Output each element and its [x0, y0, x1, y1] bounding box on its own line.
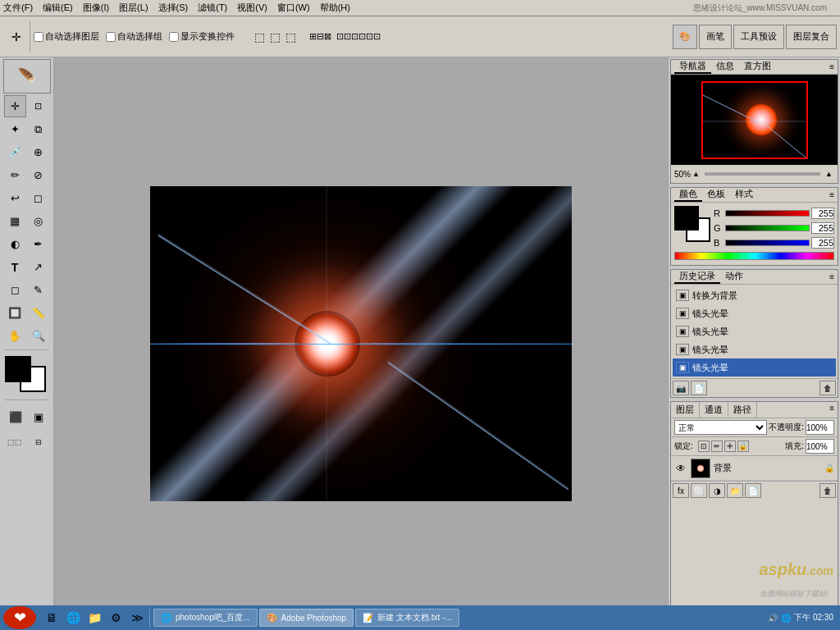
color-spectrum-bar[interactable]: [674, 252, 834, 260]
start-button[interactable]: ❤: [3, 606, 36, 629]
auto-select-group-checkbox[interactable]: 自动选择组: [106, 30, 162, 43]
lock-move[interactable]: ✛: [724, 441, 736, 452]
tool-brush[interactable]: ✏: [4, 164, 26, 186]
tool-eraser[interactable]: ◻: [27, 187, 49, 209]
menu-help[interactable]: 帮助(H): [320, 2, 350, 14]
history-item-3[interactable]: ▣ 镜头光晕: [673, 340, 836, 358]
tool-move[interactable]: ✛: [4, 95, 26, 117]
tool-clone[interactable]: ⊘: [27, 164, 49, 186]
menu-layer[interactable]: 图层(L): [119, 2, 148, 14]
tool-hand[interactable]: ✋: [4, 325, 26, 347]
layers-panel-options[interactable]: ≡: [826, 402, 838, 418]
tool-text[interactable]: T: [4, 256, 26, 278]
tool-measure[interactable]: 📏: [27, 302, 49, 324]
taskbar-app-1[interactable]: 🎨 Adobe Photoshop: [259, 609, 354, 627]
tool-eyedropper[interactable]: 💉: [4, 141, 26, 163]
tool-shape[interactable]: ◻: [4, 279, 26, 301]
r-slider[interactable]: [725, 210, 810, 217]
menu-filter[interactable]: 滤镜(T): [198, 2, 227, 14]
history-delete[interactable]: 🗑: [819, 381, 836, 395]
navigator-zoom-slider[interactable]: [705, 172, 820, 176]
quick-launch-icon-5[interactable]: ≫: [128, 609, 146, 627]
fill-input[interactable]: 100%: [806, 439, 834, 454]
tool-extra-b[interactable]: ⊟: [27, 431, 49, 453]
tool-eyedropper2[interactable]: 🔲: [4, 302, 26, 324]
tool-preset-btn[interactable]: 工具预设: [733, 25, 784, 49]
g-slider[interactable]: [725, 225, 810, 231]
zoom-in-icon[interactable]: ▲: [825, 170, 833, 178]
history-item-1[interactable]: ▣ 镜头光晕: [673, 304, 836, 322]
taskbar-app-0[interactable]: 🌐 photoshop吧_百度...: [153, 609, 258, 627]
taskbar-app-2[interactable]: 📝 新建 文本文档.txt -...: [355, 609, 459, 627]
layer-delete-btn[interactable]: 🗑: [819, 483, 836, 498]
layer-group-btn[interactable]: 📁: [727, 483, 743, 498]
tool-zoom[interactable]: 🔍: [27, 325, 49, 347]
menu-window[interactable]: 窗口(W): [277, 2, 310, 14]
show-transform-controls-checkbox[interactable]: 显示变换控件: [169, 30, 235, 43]
g-value[interactable]: 255: [811, 222, 834, 234]
tool-magic-wand[interactable]: ✦: [4, 118, 26, 140]
quick-launch-icon-1[interactable]: 🖥: [43, 609, 61, 627]
color-foreground-swatch[interactable]: [674, 206, 699, 231]
history-item-4[interactable]: ▣ 镜头光晕: [673, 358, 836, 377]
color-panel-options[interactable]: ≡: [829, 190, 834, 199]
auto-select-layer-checkbox[interactable]: 自动选择图层: [34, 30, 99, 43]
brush-panel-btn[interactable]: 画笔: [699, 25, 732, 49]
tab-channels[interactable]: 通道: [700, 402, 728, 418]
tool-blur[interactable]: ◎: [27, 210, 49, 232]
tool-notes[interactable]: ✎: [27, 279, 49, 301]
quick-launch-icon-3[interactable]: 📁: [85, 609, 103, 627]
tool-gradient[interactable]: ▦: [4, 210, 26, 232]
quick-launch-icon-2[interactable]: 🌐: [64, 609, 82, 627]
tab-paths[interactable]: 路径: [728, 402, 757, 418]
history-new-snapshot[interactable]: 📷: [673, 381, 689, 395]
tool-extra-a[interactable]: ⬚⬚: [4, 431, 26, 453]
foreground-color[interactable]: [5, 356, 31, 382]
zoom-out-icon[interactable]: ▲: [692, 170, 700, 178]
auto-select-group-input[interactable]: [106, 32, 116, 42]
layer-adj-btn[interactable]: ◑: [709, 483, 725, 498]
tab-actions[interactable]: 动作: [720, 270, 748, 284]
menu-image[interactable]: 图像(I): [83, 2, 109, 14]
layer-mask-btn[interactable]: ⬜: [691, 483, 707, 498]
opacity-input[interactable]: 100%: [806, 420, 834, 435]
b-slider[interactable]: [725, 240, 810, 246]
history-new-document[interactable]: 📄: [691, 381, 707, 395]
layer-comp-btn[interactable]: 图层复合: [786, 25, 837, 49]
tool-screen-mode[interactable]: ▣: [28, 406, 49, 427]
menu-view[interactable]: 视图(V): [237, 2, 267, 14]
tab-history[interactable]: 历史记录: [674, 270, 720, 284]
move-tool-btn[interactable]: ✛: [7, 27, 26, 47]
history-item-2[interactable]: ▣ 镜头光晕: [673, 322, 836, 340]
tool-spot-heal[interactable]: ⊕: [27, 141, 49, 163]
show-transform-input[interactable]: [169, 32, 179, 42]
layer-visibility-toggle[interactable]: 👁: [674, 462, 687, 475]
menu-edit[interactable]: 编辑(E): [43, 2, 73, 14]
lock-transparent[interactable]: ⊡: [698, 441, 710, 452]
blend-mode-select[interactable]: 正常: [674, 420, 767, 435]
layer-new-btn[interactable]: 📄: [745, 483, 761, 498]
r-value[interactable]: 255: [811, 208, 834, 219]
history-panel-options[interactable]: ≡: [829, 272, 834, 281]
tab-layers[interactable]: 图层: [671, 402, 700, 418]
tab-info[interactable]: 信息: [711, 60, 739, 74]
tool-quick-mask[interactable]: ⬛: [5, 406, 26, 427]
tool-crop[interactable]: ⧉: [27, 118, 49, 140]
tool-dodge[interactable]: ◐: [4, 233, 26, 255]
tab-styles[interactable]: 样式: [730, 188, 758, 202]
tool-path-select[interactable]: ↗: [27, 256, 49, 278]
tab-color[interactable]: 颜色: [674, 188, 702, 202]
quick-launch-icon-4[interactable]: ⚙: [107, 609, 125, 627]
auto-select-layer-input[interactable]: [34, 32, 43, 42]
menu-select[interactable]: 选择(S): [158, 2, 189, 14]
history-item-0[interactable]: ▣ 转换为背景: [673, 286, 836, 304]
layer-style-btn[interactable]: fx: [673, 483, 689, 498]
tool-pen[interactable]: ✒: [27, 233, 49, 255]
lock-all[interactable]: 🔒: [737, 441, 749, 452]
tool-lasso[interactable]: ⊡: [27, 95, 49, 117]
tab-histogram[interactable]: 直方图: [739, 60, 776, 74]
layer-row-background[interactable]: 👁 背景 🔒: [671, 456, 838, 481]
tool-history-brush[interactable]: ↩: [4, 187, 26, 209]
menu-file[interactable]: 文件(F): [3, 2, 33, 14]
tab-swatches[interactable]: 色板: [702, 188, 730, 202]
